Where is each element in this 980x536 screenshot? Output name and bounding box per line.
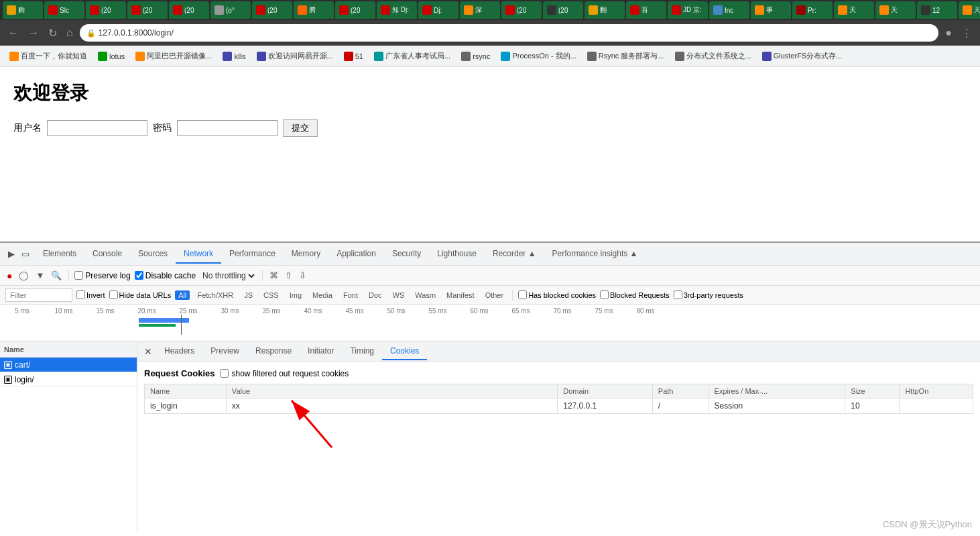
filter-input[interactable] — [5, 288, 72, 302]
browser-tab[interactable]: Dj: — [418, 1, 458, 19]
close-details-button[interactable]: ✕ — [140, 345, 156, 358]
browser-tab[interactable]: 百 — [626, 1, 666, 19]
wifi-icon[interactable]: ⌘ — [268, 269, 280, 282]
devtools-device-icon[interactable]: ▭ — [19, 248, 32, 260]
filter-type-all[interactable]: All — [175, 290, 190, 300]
back-button[interactable]: ← — [5, 24, 21, 42]
filter-type-manifest[interactable]: Manifest — [443, 290, 478, 300]
browser-tab[interactable]: (20 — [127, 1, 168, 19]
browser-tab[interactable]: 天 — [875, 1, 916, 19]
tab-performance-insights[interactable]: Performance insights ▲ — [544, 245, 646, 264]
col-path: Path — [652, 384, 709, 398]
browser-tab[interactable]: 购 — [3, 1, 43, 19]
filter-type-other[interactable]: Other — [482, 290, 507, 300]
throttle-select[interactable]: No throttling — [200, 270, 257, 281]
address-bar[interactable]: 🔒 127.0.0.1:8000/login/ — [80, 24, 939, 42]
filter-type-img[interactable]: Img — [286, 290, 305, 300]
tab-headers[interactable]: Headers — [156, 343, 202, 360]
browser-tab[interactable]: Pr: — [792, 1, 833, 19]
tab-memory[interactable]: Memory — [284, 245, 328, 264]
filter-type-fetch-xhr[interactable]: Fetch/XHR — [194, 290, 237, 300]
bookmark-item[interactable]: 分布式文件系统之... — [671, 49, 755, 63]
filter-type-ws[interactable]: WS — [389, 290, 408, 300]
browser-tab[interactable]: 事 — [751, 1, 791, 19]
filter-toggle-button[interactable]: ▼ — [34, 269, 46, 282]
bookmark-item[interactable]: ProcessOn - 我的... — [497, 49, 580, 63]
filter-type-wasm[interactable]: Wasm — [412, 290, 439, 300]
menu-button[interactable]: ⋮ — [959, 24, 975, 42]
filter-type-font[interactable]: Font — [340, 290, 361, 300]
browser-tab[interactable]: (20 — [169, 1, 209, 19]
forward-button[interactable]: → — [25, 24, 42, 42]
filter-type-css[interactable]: CSS — [260, 290, 282, 300]
disable-cache-checkbox[interactable]: Disable cache — [135, 271, 196, 280]
browser-tab[interactable]: Slc — [44, 1, 84, 19]
submit-button[interactable]: 提交 — [283, 119, 318, 137]
devtools-cursor-icon[interactable]: ▶ — [5, 248, 17, 260]
tab-performance[interactable]: Performance — [221, 245, 284, 264]
tab-network[interactable]: Network — [176, 245, 221, 264]
browser-tab[interactable]: (o° — [210, 1, 251, 19]
browser-tab[interactable]: (20 — [86, 1, 126, 19]
tab-console[interactable]: Console — [84, 245, 130, 264]
tab-application[interactable]: Application — [328, 245, 384, 264]
browser-tab[interactable]: 深 — [460, 1, 500, 19]
cookie-row[interactable]: is_login xx 127.0.0.1 / Session 10 — [145, 398, 973, 414]
filter-type-doc[interactable]: Doc — [365, 290, 385, 300]
tab-preview[interactable]: Preview — [202, 343, 247, 360]
search-button[interactable]: 🔍 — [50, 269, 63, 282]
username-input[interactable] — [47, 120, 147, 136]
extensions-button[interactable]: ● — [942, 24, 955, 42]
browser-tab[interactable]: 腾 — [294, 1, 334, 19]
third-party-checkbox[interactable]: 3rd-party requests — [674, 290, 743, 299]
browser-tab[interactable]: 知 Dj: — [377, 1, 417, 19]
tab-cookies[interactable]: Cookies — [382, 343, 427, 360]
browser-tab[interactable]: 翻 — [585, 1, 625, 19]
browser-tab[interactable]: 天 — [959, 1, 980, 19]
bookmark-item[interactable]: GlusterFS分布式存... — [758, 49, 847, 63]
bookmark-item[interactable]: 51 — [340, 50, 367, 63]
bookmark-item[interactable]: rsync — [457, 50, 494, 63]
bookmark-item[interactable]: lotus — [94, 50, 129, 63]
bookmark-item[interactable]: 欢迎访问网易开源... — [253, 49, 337, 63]
browser-tab[interactable]: (20 — [252, 1, 292, 19]
tab-timing[interactable]: Timing — [342, 343, 382, 360]
tab-sources[interactable]: Sources — [130, 245, 176, 264]
bookmark-item[interactable]: k8s — [219, 50, 249, 63]
bookmark-item[interactable]: 广东省人事考试局... — [370, 49, 454, 63]
tab-initiator[interactable]: Initiator — [300, 343, 342, 360]
browser-tab[interactable]: 12 — [917, 1, 957, 19]
download-button[interactable]: ⇩ — [298, 269, 308, 282]
browser-tab[interactable]: JD 京: — [668, 1, 708, 19]
filter-type-media[interactable]: Media — [309, 290, 336, 300]
show-filtered-checkbox[interactable]: show filtered out request cookies — [220, 369, 349, 378]
browser-tab[interactable]: Inc — [709, 1, 749, 19]
hide-data-urls-checkbox[interactable]: Hide data URLs — [109, 290, 172, 299]
tab-recorder[interactable]: Recorder ▲ — [485, 245, 544, 264]
filter-type-js[interactable]: JS — [241, 290, 256, 300]
tab-elements[interactable]: Elements — [35, 245, 84, 264]
blocked-requests-checkbox[interactable]: Blocked Requests — [600, 290, 670, 299]
password-input[interactable] — [177, 120, 278, 136]
tab-lighthouse[interactable]: Lighthouse — [429, 245, 485, 264]
tab-response[interactable]: Response — [247, 343, 300, 360]
invert-checkbox[interactable]: Invert — [76, 290, 105, 299]
request-item-login[interactable]: ▣ login/ — [0, 372, 137, 387]
refresh-button[interactable]: ↻ — [46, 24, 60, 42]
bookmark-item[interactable]: 阿里巴巴开源镜像... — [131, 49, 216, 63]
has-blocked-cookies-checkbox[interactable]: Has blocked cookies — [518, 290, 596, 299]
browser-tab[interactable]: 天 — [834, 1, 874, 19]
home-button[interactable]: ⌂ — [64, 24, 76, 42]
upload-button[interactable]: ⇧ — [284, 269, 294, 282]
preserve-log-checkbox[interactable]: Preserve log — [74, 271, 130, 280]
browser-tab[interactable]: (20 — [335, 1, 375, 19]
browser-tab[interactable]: (20 — [501, 1, 542, 19]
bookmark-item[interactable]: Rsync 服务部署与... — [583, 49, 668, 63]
browser-tab[interactable]: (20 — [543, 1, 583, 19]
record-button[interactable]: ● — [5, 269, 13, 282]
clear-button[interactable]: ◯ — [17, 269, 30, 282]
request-item-cart[interactable]: ▣ cart/ — [0, 358, 137, 372]
bookmark-item[interactable]: 百度一下，你就知道 — [5, 49, 91, 63]
tab-favicon — [90, 5, 99, 15]
tab-security[interactable]: Security — [384, 245, 429, 264]
